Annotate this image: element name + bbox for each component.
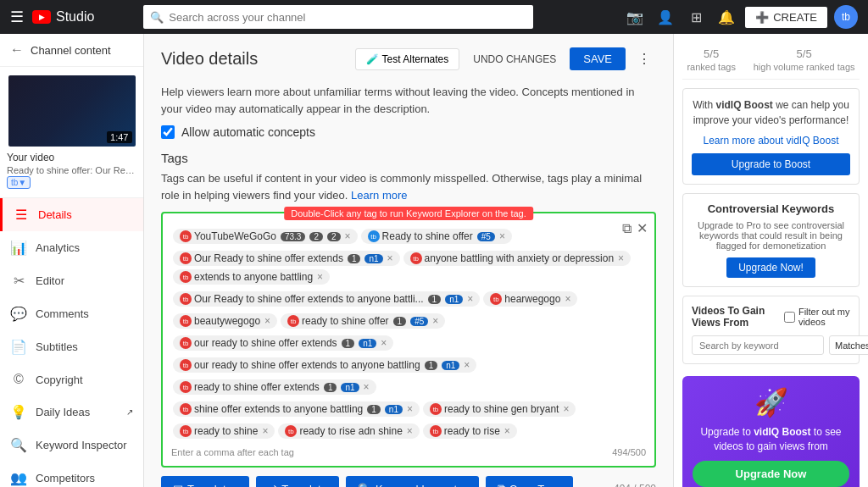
back-icon: ← <box>10 42 24 58</box>
sidebar-item-comments[interactable]: 💬 Comments <box>0 297 143 330</box>
upgrade-now-button[interactable]: Upgrade Now! <box>726 257 815 278</box>
tag-badge-1: 1 <box>428 295 442 304</box>
profile-icon[interactable]: 👤 <box>654 5 677 29</box>
tag-extends-to-anyone[interactable]: tb extends to anyone battling × <box>173 269 330 285</box>
tags-title: Tags <box>161 151 656 165</box>
sidebar-item-editor[interactable]: ✂ Editor <box>0 264 143 297</box>
tag-remove[interactable]: × <box>467 293 473 305</box>
tag-icon: tb <box>180 252 192 264</box>
sidebar-item-analytics[interactable]: 📊 Analytics <box>0 231 143 264</box>
search-input[interactable] <box>169 11 526 24</box>
comments-icon: 💬 <box>10 306 27 322</box>
apps-icon[interactable]: ⊞ <box>684 5 708 29</box>
video-duration: 1:47 <box>107 131 131 143</box>
daily-ideas-icon: 💡 <box>10 404 27 420</box>
test-alternates-button[interactable]: 🧪 Test Alternates <box>355 48 460 70</box>
keyword-inspector-button[interactable]: 🔍 Keyword Inspector <box>346 476 479 487</box>
sidebar-item-daily-ideas[interactable]: 💡 Daily Ideas ↗ <box>0 396 143 429</box>
tag-our-ready-extends2[interactable]: tb our ready to shine offer extends 1 n1… <box>173 335 393 351</box>
tag-remove[interactable]: × <box>407 403 413 415</box>
topnav-right: 📷 👤 ⊞ 🔔 ➕ CREATE tb <box>623 5 858 29</box>
tag-remove[interactable]: × <box>464 359 470 371</box>
tag-anyone-battling[interactable]: tb anyone battling with anxiety or depre… <box>403 251 632 266</box>
brand-label: vidIQ Boost <box>715 99 772 111</box>
subtitles-icon: 📄 <box>10 339 27 355</box>
tag-ready-gen-bryant[interactable]: tb ready to shine gen bryant × <box>423 401 576 417</box>
allow-concepts-label[interactable]: Allow automatic concepts <box>181 125 315 139</box>
search-icon: 🔍 <box>150 11 164 24</box>
tag-remove[interactable]: × <box>364 381 370 393</box>
learn-more-link[interactable]: Learn more <box>351 189 407 202</box>
tag-shine-extends-battling[interactable]: tb shine offer extends to anyone battlin… <box>173 401 420 417</box>
tag-remove[interactable]: × <box>565 293 570 305</box>
tag-ready-to-shine-offer2[interactable]: tb ready to shine offer 1 #5 × <box>281 313 445 329</box>
sidebar-item-subtitles[interactable]: 📄 Subtitles <box>0 330 143 363</box>
tag-remove[interactable]: × <box>262 425 268 437</box>
tag-youtubewegogo[interactable]: tb YouTubeWeGoGo 73.3 2 2 × <box>173 229 358 244</box>
upgrade-brand-label: vidIQ Boost <box>754 426 810 438</box>
matches-select[interactable]: Matches 🔒 <box>829 335 868 355</box>
tag-remove[interactable]: × <box>317 271 323 283</box>
tag-badge-1: 1 <box>342 339 355 348</box>
close-tags-button[interactable]: ✕ <box>637 220 648 236</box>
save-button[interactable]: SAVE <box>570 47 626 70</box>
sidebar-item-keyword-inspector[interactable]: 🔍 Keyword Inspector <box>0 429 143 462</box>
tag-remove[interactable]: × <box>432 315 438 327</box>
sidebar-item-competitors[interactable]: 👥 Competitors <box>0 462 143 487</box>
page-title: Video details <box>161 49 258 69</box>
tag-badge-1: 1 <box>348 254 361 263</box>
tag-remove[interactable]: × <box>499 230 505 242</box>
tag-badge-3: 2 <box>327 232 341 241</box>
sidebar-item-details[interactable]: ☰ Details <box>0 198 143 231</box>
tag-remove[interactable]: × <box>387 252 393 264</box>
undo-changes-button[interactable]: UNDO CHANGES <box>466 49 563 69</box>
tag-remove[interactable]: × <box>345 230 351 242</box>
boost-learn-more-link[interactable]: Learn more about vidIQ Boost <box>692 135 850 147</box>
tag-remove[interactable]: × <box>381 337 387 349</box>
tag-ready-to-rise[interactable]: tb ready to rise × <box>423 423 517 439</box>
more-options-button[interactable]: ⋮ <box>632 47 656 70</box>
translate-button[interactable]: ⇄ Translate <box>256 476 339 487</box>
tags-row-2: tb Our Ready to shine offer extends 1 n1… <box>171 249 646 286</box>
video-icon[interactable]: 📷 <box>623 5 647 29</box>
vidiq-badge[interactable]: tb▼ <box>7 176 31 189</box>
tag-ready-to-shine-extends[interactable]: tb ready to shine offer extends 1 n1 × <box>173 379 376 395</box>
create-button[interactable]: ➕ CREATE <box>745 7 827 28</box>
tag-ready-to-shine[interactable]: tb ready to shine × <box>173 423 275 439</box>
tag-our-ready-extends-long[interactable]: tb Our Ready to shine offer extends to a… <box>173 291 480 307</box>
allow-concepts-checkbox[interactable] <box>161 125 175 139</box>
sidebar-back[interactable]: ← Channel content <box>0 34 143 67</box>
tag-text: beautywegogo <box>194 315 260 327</box>
copy-tags-icon-button[interactable]: ⧉ <box>622 220 632 236</box>
tags-input-row: Enter a comma after each tag 494/500 <box>171 447 646 457</box>
stat-high-volume: 5/5 high volume ranked tags <box>754 42 855 72</box>
tag-remove[interactable]: × <box>618 252 624 264</box>
sidebar-item-label: Details <box>38 208 72 221</box>
copy-tags-button[interactable]: ⧉ Copy Tags <box>486 476 573 487</box>
tag-our-ready-extends-battling[interactable]: tb our ready to shine offer extends to a… <box>173 357 476 373</box>
tag-text: our ready to shine offer extends to anyo… <box>194 359 420 371</box>
upgrade-now-green-button[interactable]: Upgrade Now <box>693 461 849 487</box>
tag-our-ready-extends[interactable]: tb Our Ready to shine offer extends 1 n1… <box>173 251 400 266</box>
tag-beautywegogo[interactable]: tb beautywegogo × <box>173 313 277 329</box>
sidebar-item-copyright[interactable]: © Copyright <box>0 363 143 396</box>
tag-remove[interactable]: × <box>407 425 413 437</box>
sidebar-nav: ☰ Details 📊 Analytics ✂ Editor 💬 Comment… <box>0 198 143 487</box>
templates-button[interactable]: ▤ Templates <box>161 476 249 487</box>
upgrade-to-boost-button[interactable]: Upgrade to Boost <box>692 153 850 175</box>
analytics-icon: 📊 <box>10 240 27 256</box>
filter-label[interactable]: Filter out my videos <box>784 307 850 327</box>
keyword-search-input[interactable] <box>692 335 824 355</box>
tag-ready-to-shine-offer[interactable]: tb Ready to shine offer #5 × <box>361 229 512 244</box>
bell-icon[interactable]: 🔔 <box>715 5 738 29</box>
tag-remove[interactable]: × <box>504 425 510 437</box>
filter-checkbox[interactable] <box>784 312 795 323</box>
tag-remove[interactable]: × <box>264 315 270 327</box>
tag-ready-rise-adn-shine[interactable]: tb ready to rise adn shine × <box>278 423 419 439</box>
tags-box: Double-Click any tag to run Keyword Expl… <box>161 212 656 468</box>
tag-hearwegogo[interactable]: tb hearwegogo × <box>483 291 577 307</box>
tags-input-hint: Enter a comma after each tag <box>171 447 294 457</box>
menu-icon[interactable]: ☰ <box>10 8 24 26</box>
avatar[interactable]: tb <box>834 5 858 29</box>
tag-remove[interactable]: × <box>563 403 569 415</box>
